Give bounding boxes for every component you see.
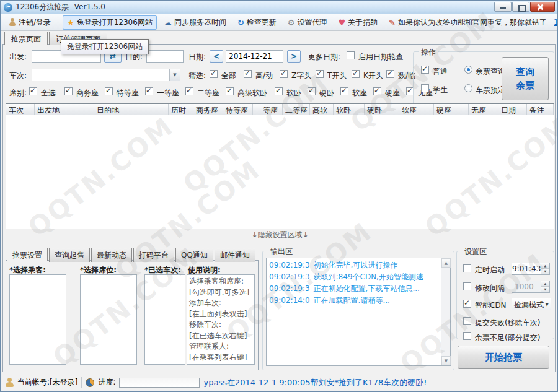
train-no-combobox[interactable]: ▼ [32,69,180,81]
proxy-settings-button[interactable]: ⚙ 设置代理 [283,15,332,30]
timer-start-checkbox[interactable] [463,264,471,272]
check-update-button[interactable]: ↻ 检查更新 [233,15,281,30]
settings-tab-strip: 抢票设置 查询起售 最新动态 打码平台 QQ通知 邮件通知 [7,248,257,262]
seat-soft-seat-checkbox[interactable] [340,87,348,95]
chevron-down-icon: ▼ [546,302,549,307]
toolbar-label: 检查更新 [247,17,277,28]
tab-captcha-platform[interactable]: 打码平台 [133,248,174,262]
filter-num-checkbox[interactable] [386,70,394,78]
col-to[interactable]: 目的地 [94,104,169,115]
col-duration[interactable]: 历时 [169,104,193,115]
seat-listbox[interactable] [80,274,137,365]
output-scrollbar[interactable]: ▲ ▼ [441,258,450,365]
filter-label: 筛选: [188,71,206,81]
official-site-link[interactable]: 12306Bypass官网 [554,17,558,28]
normal-checkbox[interactable] [421,66,429,74]
seat-premium-checkbox[interactable] [105,87,113,95]
cdn-mode-dropdown[interactable]: 捡漏模式 ▼ [512,298,551,310]
cdn-mode-value: 捡漏模式 [514,300,544,310]
tab-mail-notify[interactable]: 邮件通知 [215,248,255,262]
col-no-seat[interactable]: 无座 [469,104,498,115]
col-hard-sleeper[interactable]: 硬卧 [365,104,399,115]
logout-login-button[interactable]: 注销/登录 [4,15,55,30]
fail-remove-checkbox[interactable] [463,317,471,325]
date-loop-checkbox[interactable] [347,51,355,59]
seat-hard-sleeper-checkbox[interactable] [308,87,316,95]
seat-hard-seat-checkbox[interactable] [373,87,381,95]
interval-checkbox[interactable] [463,282,471,290]
col-from[interactable]: 出发地 [35,104,94,115]
seat-first-label: 一等座 [157,88,179,98]
results-table-header: 车次 出发地 目的地 历时 商务座 特等座 一等座 二等座 高软 软卧 硬卧 软… [6,104,554,115]
open-12306-button[interactable]: ★ 免登录打开12306网站 [63,15,157,30]
partial-submit-checkbox[interactable] [463,332,471,340]
close-button[interactable] [530,2,555,12]
col-second[interactable]: 二等座 [283,104,310,115]
hide-settings-splitter[interactable]: ↓隐藏设置区域↓ [6,231,554,240]
col-train-no[interactable]: 车次 [6,104,35,115]
account-status: 当前帐号:[未登录] [17,377,78,388]
tooltip: 免登录打开12306网站 [61,39,149,54]
col-adv-soft[interactable]: 高软 [310,104,334,115]
maximize-button[interactable] [512,2,529,12]
filter-gd-label: 高/动 [255,71,273,81]
query-mode-radio[interactable] [464,66,472,74]
chevron-down-icon[interactable]: ▼ [169,69,180,81]
spinner-arrows[interactable]: ▲▼ [541,281,549,292]
timer-spinner[interactable]: 9:01:43 ▲▼ [512,263,550,275]
start-grab-button[interactable]: 开始抢票 [458,346,549,369]
seat-first-checkbox[interactable] [145,87,153,95]
spinner-arrows[interactable]: ▲▼ [541,263,549,274]
sync-time-button[interactable]: ☁ 同步服务器时间 [159,15,231,30]
tab-grab-page[interactable]: 抢票页面 [4,32,48,45]
settings-group: 设置区 定时启动 9:01:43 ▲▼ 修改间隔 1000 ▲▼ 智能CDN 捡… [456,251,554,339]
toolbar-label: 注销/登录 [19,17,51,28]
tab-qq-notify[interactable]: QQ通知 [175,248,213,262]
col-note[interactable]: 备注 [527,104,554,115]
seat-business-label: 商务座 [76,88,99,98]
seat-business-checkbox[interactable] [64,87,73,95]
seat-second-checkbox[interactable] [185,87,193,95]
interval-spinner[interactable]: 1000 ▲▼ [512,281,550,293]
prev-date-button[interactable]: < [210,50,223,63]
filter-gd-checkbox[interactable] [244,70,252,78]
to-input[interactable] [146,50,184,63]
seat-soft-sleeper-checkbox[interactable] [275,87,283,95]
col-date[interactable]: 日期 [498,104,527,115]
col-soft-sleeper[interactable]: 软卧 [334,104,365,115]
minimize-button[interactable] [494,2,512,12]
scroll-up-icon[interactable]: ▲ [441,258,451,268]
tab-latest-news[interactable]: 最新动态 [91,248,132,262]
filter-k-checkbox[interactable] [352,70,360,78]
seat-all-checkbox[interactable] [29,87,37,95]
passenger-listbox[interactable] [9,274,66,365]
seat-adv-soft-checkbox[interactable] [226,87,234,95]
col-business[interactable]: 商务座 [193,104,223,115]
toolbar-label: 同步服务器时间 [174,17,226,28]
donate-button[interactable]: ♥ 关于捐助 [334,15,382,30]
book-mode-radio[interactable] [464,84,472,92]
col-premium[interactable]: 特等座 [223,104,253,115]
date-input[interactable] [226,50,283,63]
selected-train-listbox[interactable] [144,274,185,365]
filter-all-checkbox[interactable] [210,70,218,78]
filter-t-checkbox[interactable] [316,70,324,78]
scroll-down-icon[interactable]: ▼ [441,356,451,365]
app-window: 12306分流抢票--Ver1.5.0 注销/登录 ★ 免登录打开12306网站… [0,0,558,392]
timer-value: 9:01:43 [512,263,540,274]
col-soft-seat[interactable]: 软座 [399,104,434,115]
smart-cdn-checkbox[interactable] [463,300,471,308]
usage-line: 选择乘客和席座: [189,276,252,287]
output-log-box[interactable]: 09:02:19:3初始化完毕,可以进行操作 09:02:19:3获取到:849… [266,258,451,366]
tab-grab-settings[interactable]: 抢票设置 [7,248,48,261]
pencil-icon: ✎ [389,19,396,27]
notice-item[interactable]: ✎ 如果你认为改签功能和官网重复，那你就错了 [384,15,551,30]
col-hard-seat[interactable]: 硬座 [434,104,469,115]
student-checkbox[interactable] [421,84,429,92]
col-first[interactable]: 一等座 [253,104,283,115]
more-date-label: 更多日期: [308,52,340,63]
filter-z-checkbox[interactable] [280,70,288,78]
query-tickets-button[interactable]: 查询余票 [502,57,549,100]
tab-sale-query[interactable]: 查询起售 [49,248,90,262]
next-date-button[interactable]: > [287,50,301,63]
